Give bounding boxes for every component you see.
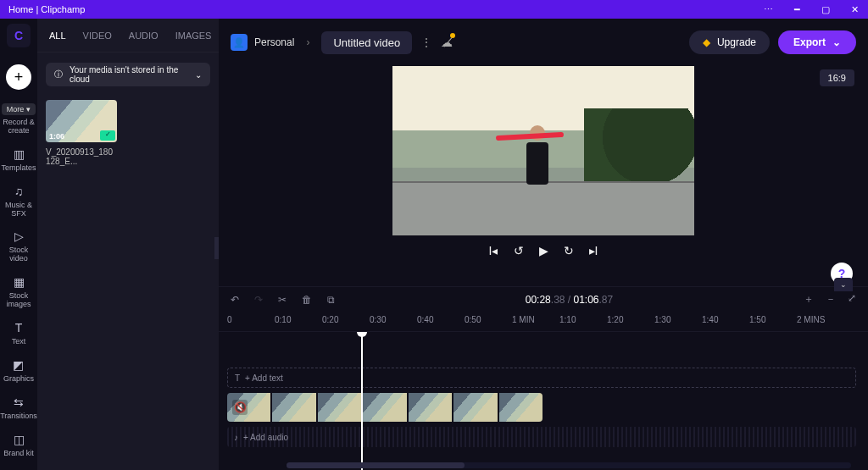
video-preview[interactable]: [392, 66, 694, 235]
ruler-tick: 0: [227, 315, 232, 324]
rail-music-sfx[interactable]: ♫ Music & SFX: [0, 185, 37, 218]
timeline-scrollbar-thumb[interactable]: [287, 462, 465, 468]
duplicate-button[interactable]: ⧉: [327, 294, 335, 306]
media-added-check-icon: ✓: [100, 130, 115, 141]
playhead[interactable]: [361, 332, 363, 470]
timeline-scrollbar[interactable]: [287, 462, 851, 468]
preview-area: 16:9 I◂ ↺ ▶ ↻ ▸I ?: [219, 66, 868, 286]
time-display: 00:28.38 / 01:06.87: [526, 294, 613, 306]
window-titlebar: Home | Clipchamp ⋯ ━ ▢ ✕: [0, 0, 868, 19]
stock-images-icon: ▦: [14, 275, 25, 289]
stock-video-icon: ▷: [14, 229, 24, 243]
brand-kit-icon: ◫: [14, 433, 25, 446]
add-text-track[interactable]: T + Add text: [227, 368, 856, 388]
rail-stock-images[interactable]: ▦ Stock images: [0, 275, 37, 309]
split-button[interactable]: ✂: [278, 294, 287, 306]
project-topbar: 👤 Personal › Untitled video ⋮ ☁̸ ◆ Upgra…: [219, 19, 868, 66]
rail-record-create[interactable]: Record & create: [0, 119, 37, 135]
graphics-icon: ◩: [13, 358, 24, 372]
skip-start-button[interactable]: I◂: [489, 244, 498, 257]
video-clip[interactable]: 🔇: [227, 393, 542, 422]
ruler-tick: 0:30: [370, 315, 386, 324]
titlebar-more-icon[interactable]: ⋯: [763, 4, 773, 15]
info-icon: ⓘ: [54, 69, 63, 80]
window-title: Home | Clipchamp: [8, 4, 85, 14]
export-button[interactable]: Export ⌄: [778, 30, 856, 54]
chevron-down-icon: ⌄: [832, 36, 841, 48]
media-filename: V_20200913_180128_E...: [46, 147, 117, 166]
rail-graphics[interactable]: ◩ Graphics: [3, 358, 34, 384]
upgrade-button[interactable]: ◆ Upgrade: [689, 30, 770, 54]
chevron-down-icon: ⌄: [195, 70, 202, 80]
rail-brand-kit[interactable]: ◫ Brand kit: [3, 433, 34, 458]
zoom-out-button[interactable]: －: [826, 292, 836, 307]
step-back-button[interactable]: ↺: [514, 244, 524, 257]
media-tab-all[interactable]: ALL: [49, 30, 66, 41]
project-title[interactable]: Untitled video: [321, 31, 412, 54]
media-duration: 1:06: [49, 132, 64, 141]
app-logo[interactable]: C: [7, 24, 31, 47]
ruler-tick: 1:40: [702, 315, 718, 324]
aspect-ratio-chip[interactable]: 16:9: [820, 69, 854, 86]
rail-transitions[interactable]: ⇆ Transitions: [0, 395, 37, 421]
timeline-tracks: T + Add text 🔇 ♪ + Add audio: [219, 332, 868, 470]
zoom-in-button[interactable]: ＋: [804, 292, 814, 307]
ruler-tick: 1 MIN: [512, 315, 535, 324]
ruler-tick: 1:20: [607, 315, 623, 324]
media-tab-video[interactable]: VIDEO: [83, 30, 112, 41]
add-media-button[interactable]: +: [6, 64, 31, 90]
timeline-toolbar: ↶ ↷ ✂ 🗑 ⧉ 00:28.38 / 01:06.87 ＋ － ⤢: [219, 286, 868, 312]
timeline-ruler[interactable]: 00:100:200:300:400:501 MIN1:101:201:301:…: [219, 312, 868, 332]
rail-more-button[interactable]: More▾: [2, 103, 36, 115]
ruler-tick: 0:40: [417, 315, 433, 324]
add-audio-track[interactable]: ♪ + Add audio: [227, 427, 856, 447]
ruler-tick: 0:20: [322, 315, 338, 324]
transitions-icon: ⇆: [14, 395, 24, 409]
workspace-name[interactable]: Personal: [254, 36, 294, 48]
media-tab-images[interactable]: IMAGES: [175, 30, 212, 41]
ruler-tick: 1:30: [654, 315, 670, 324]
sidebar-rail: C + More▾ Record & create ▥ Templates ♫ …: [0, 19, 37, 470]
ruler-tick: 1:50: [749, 315, 765, 324]
clip-mute-icon[interactable]: 🔇: [232, 400, 248, 415]
workspace-avatar[interactable]: 👤: [231, 34, 248, 51]
media-panel: ALL VIDEO AUDIO IMAGES ⓘ Your media isn'…: [37, 19, 219, 470]
ruler-tick: 2 MINS: [797, 315, 825, 324]
undo-button[interactable]: ↶: [231, 294, 239, 306]
rail-stock-video[interactable]: ▷ Stock video: [0, 229, 37, 263]
ruler-tick: 1:10: [559, 315, 576, 324]
timeline-expand-toggle[interactable]: ⌄: [834, 278, 853, 291]
ruler-tick: 0:10: [275, 315, 291, 324]
cloud-sync-off-icon[interactable]: ☁̸: [441, 36, 453, 49]
media-tab-audio[interactable]: AUDIO: [129, 30, 159, 41]
diamond-icon: ◆: [703, 36, 710, 48]
text-icon: T: [15, 321, 23, 335]
music-icon: ♫: [14, 185, 24, 198]
breadcrumb-chevron-icon: ›: [303, 36, 313, 48]
play-button[interactable]: ▶: [539, 244, 548, 257]
delete-button[interactable]: 🗑: [302, 294, 312, 306]
step-forward-button[interactable]: ↻: [564, 244, 574, 257]
media-item[interactable]: 1:06 ✓ V_20200913_180128_E...: [46, 100, 117, 166]
window-close-icon[interactable]: ✕: [849, 4, 860, 15]
fit-timeline-button[interactable]: ⤢: [848, 292, 856, 307]
skip-end-button[interactable]: ▸I: [589, 244, 598, 257]
rail-text[interactable]: T Text: [12, 321, 26, 346]
cloud-storage-notice[interactable]: ⓘ Your media isn't stored in the cloud ⌄: [46, 63, 210, 86]
templates-icon: ▥: [14, 147, 25, 161]
project-more-menu[interactable]: ⋮: [420, 36, 432, 49]
ruler-tick: 0:50: [465, 315, 481, 324]
rail-templates[interactable]: ▥ Templates: [1, 147, 36, 173]
redo-button[interactable]: ↷: [254, 294, 263, 306]
window-minimize-icon[interactable]: ━: [792, 4, 802, 15]
window-maximize-icon[interactable]: ▢: [821, 4, 831, 15]
audio-track-icon: ♪: [234, 433, 238, 442]
text-track-icon: T: [235, 373, 240, 383]
